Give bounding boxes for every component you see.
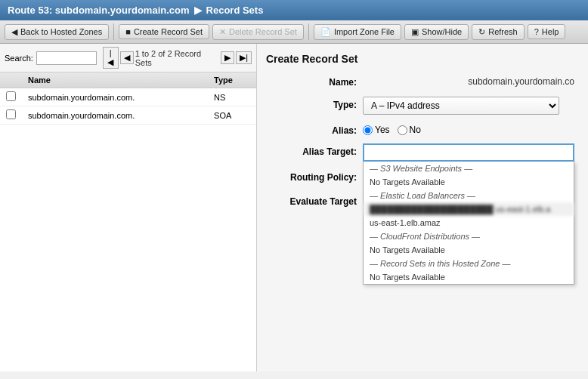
title-bar: Route 53: subdomain.yourdomain.com ▶ Rec… <box>0 0 588 20</box>
name-display: subdomain.yourdomain.co <box>363 74 579 89</box>
nav-controls: |◀ ◀ 1 to 2 of 2 Record Sets ▶ ▶| <box>103 47 252 69</box>
refresh-icon: ↻ <box>478 27 485 37</box>
help-button[interactable]: ? Help <box>528 24 566 39</box>
elb-header: — Elastic Load Balancers — <box>364 189 574 202</box>
alias-yes-radio[interactable] <box>363 125 373 135</box>
row-type: SOA <box>208 106 256 125</box>
back-icon: ◀ <box>11 27 17 37</box>
main-layout: Search: |◀ ◀ 1 to 2 of 2 Record Sets ▶ ▶… <box>0 44 588 371</box>
cloudfront-no-targets: No Targets Available <box>364 243 574 257</box>
alias-label: Alias: <box>266 122 357 136</box>
table-row[interactable]: subdomain.yourdomain.com. SOA <box>0 106 256 125</box>
back-button[interactable]: ◀ Back to Hosted Zones <box>5 24 109 40</box>
sep2 <box>308 23 309 40</box>
import-button[interactable]: 📄 Import Zone File <box>314 24 401 40</box>
alias-row: Alias: Yes No <box>266 122 579 136</box>
routing-label: Routing Policy: <box>266 169 357 183</box>
alias-no-radio[interactable] <box>398 125 407 135</box>
title-arrow: ▶ <box>194 5 202 16</box>
toolbar: ◀ Back to Hosted Zones ■ Create Record S… <box>0 20 588 44</box>
s3-no-targets: No Targets Available <box>364 175 574 189</box>
name-value: subdomain.yourdomain.co <box>363 74 579 89</box>
show-hide-icon: ▣ <box>411 27 419 37</box>
record-table: Name Type subdomain.yourdomain.com. NS s… <box>0 72 256 125</box>
col-type: Type <box>208 72 256 88</box>
show-hide-button[interactable]: ▣ Show/Hide <box>404 24 469 40</box>
alias-options: Yes No <box>363 122 579 135</box>
cloudfront-header: — CloudFront Distributions — <box>364 230 574 243</box>
alias-no-label[interactable]: No <box>398 125 421 135</box>
table-row[interactable]: subdomain.yourdomain.com. NS <box>0 88 256 106</box>
create-icon: ■ <box>125 27 131 36</box>
refresh-button[interactable]: ↻ Refresh <box>472 24 525 40</box>
alias-target-input[interactable] <box>363 143 574 162</box>
name-label: Name: <box>266 74 357 88</box>
title-section: Record Sets <box>206 5 264 16</box>
alias-target-row: Alias Target: — S3 Website Endpoints — N… <box>266 143 579 162</box>
alias-target-label: Alias Target: <box>266 143 357 157</box>
type-row: Type: A – IPv4 addressAAAA – IPv6 addres… <box>266 97 579 115</box>
row-checkbox[interactable] <box>0 106 22 125</box>
delete-record-button[interactable]: ✕ Delete Record Set <box>212 24 304 40</box>
search-bar: Search: |◀ ◀ 1 to 2 of 2 Record Sets ▶ ▶… <box>0 44 256 72</box>
nav-last[interactable]: ▶| <box>236 51 252 64</box>
create-record-button[interactable]: ■ Create Record Set <box>119 24 209 39</box>
alias-target-container: — S3 Website Endpoints — No Targets Avai… <box>363 143 574 162</box>
create-form-title: Create Record Set <box>266 53 579 65</box>
alias-yes-label[interactable]: Yes <box>363 125 390 135</box>
nav-prev[interactable]: ◀ <box>120 51 134 64</box>
import-icon: 📄 <box>320 27 331 37</box>
alias-dropdown: — S3 Website Endpoints — No Targets Avai… <box>363 162 574 285</box>
type-value: A – IPv4 addressAAAA – IPv6 addressCNAME… <box>363 97 579 115</box>
nav-next[interactable]: ▶ <box>221 51 234 64</box>
search-input[interactable] <box>36 51 97 65</box>
col-checkbox <box>0 72 22 88</box>
elb-item2[interactable]: us-east-1.elb.amaz <box>364 216 574 230</box>
col-name: Name <box>22 72 208 88</box>
delete-icon: ✕ <box>219 27 226 37</box>
evaluate-label: Evaluate Target <box>266 193 357 207</box>
elb-item1[interactable]: █████████████████████ us-east-1.elb.a <box>364 202 574 216</box>
row-checkbox[interactable] <box>0 88 22 106</box>
search-label: Search: <box>5 54 33 63</box>
row-type: NS <box>208 88 256 106</box>
type-label: Type: <box>266 97 357 110</box>
alias-target-container-wrap: — S3 Website Endpoints — No Targets Avai… <box>363 143 579 162</box>
sep1 <box>113 23 114 40</box>
s3-header: — S3 Website Endpoints — <box>364 162 574 175</box>
row-name: subdomain.yourdomain.com. <box>22 88 208 106</box>
left-panel: Search: |◀ ◀ 1 to 2 of 2 Record Sets ▶ ▶… <box>0 44 257 371</box>
recordsets-header: — Record Sets in this Hosted Zone — <box>364 257 574 270</box>
recordsets-no-targets: No Targets Available <box>364 270 574 284</box>
page-info: 1 to 2 of 2 Record Sets <box>135 49 219 67</box>
name-row: Name: subdomain.yourdomain.co <box>266 74 579 89</box>
right-panel: Create Record Set Name: subdomain.yourdo… <box>257 44 588 371</box>
type-select[interactable]: A – IPv4 addressAAAA – IPv6 addressCNAME… <box>363 97 559 115</box>
row-name: subdomain.yourdomain.com. <box>22 106 208 125</box>
help-icon: ? <box>534 27 539 36</box>
title-text: Route 53: subdomain.yourdomain.com <box>8 5 190 16</box>
nav-first[interactable]: |◀ <box>103 47 119 69</box>
